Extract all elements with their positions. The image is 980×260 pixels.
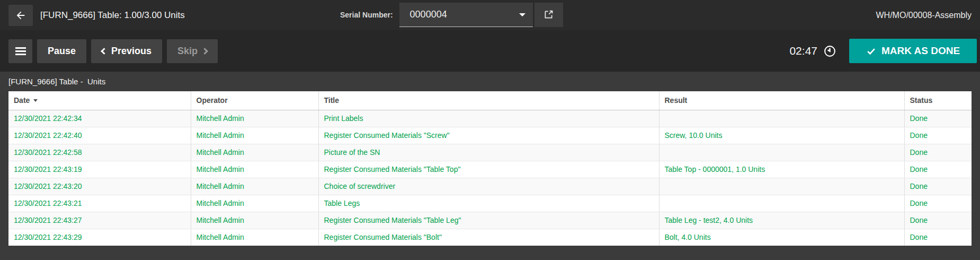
column-header-label: Title — [324, 96, 340, 105]
cell-status: Done — [904, 127, 972, 144]
cell-status: Done — [904, 110, 972, 127]
arrow-left-icon — [15, 10, 26, 21]
chevron-left-icon — [101, 48, 108, 55]
cell-status: Done — [904, 212, 972, 229]
cell-operator: Mitchell Admin — [191, 110, 318, 127]
cell-result: Screw, 10.0 Units — [659, 127, 904, 144]
cell-date: 12/30/2021 22:43:29 — [8, 229, 191, 246]
worksheet-content: [FURN_9666] Table - Units DateOperatorTi… — [0, 72, 980, 260]
cell-date: 12/30/2021 22:42:34 — [8, 110, 191, 127]
cell-title: Print Labels — [318, 110, 659, 127]
manufacturing-order-reference: WH/MO/00008-Assembly — [876, 11, 972, 20]
cell-result — [659, 110, 904, 127]
column-header-label: Date — [14, 96, 30, 105]
cell-status: Done — [904, 144, 972, 161]
serial-number-value: 0000004 — [410, 9, 447, 20]
cell-result — [659, 144, 904, 161]
clock-icon — [823, 45, 836, 58]
table-row[interactable]: 12/30/2021 22:43:19Mitchell AdminRegiste… — [8, 161, 972, 178]
cell-operator: Mitchell Admin — [191, 127, 318, 144]
cell-title: Register Consumed Materials "Table Top" — [318, 161, 659, 178]
mark-as-done-button[interactable]: MARK AS DONE — [849, 39, 977, 63]
column-header-label: Result — [665, 96, 688, 105]
table-row[interactable]: 12/30/2021 22:43:29Mitchell AdminRegiste… — [8, 229, 972, 246]
external-link-icon — [543, 9, 554, 20]
cell-date: 12/30/2021 22:42:58 — [8, 144, 191, 161]
cell-result: Bolt, 4.0 Units — [659, 229, 904, 246]
cell-title: Register Consumed Materials "Table Leg" — [318, 212, 659, 229]
previous-button[interactable]: Previous — [91, 39, 162, 63]
cell-operator: Mitchell Admin — [191, 144, 318, 161]
cell-status: Done — [904, 178, 972, 195]
timer-group: 02:47 — [789, 45, 836, 58]
serial-number-select[interactable]: 0000004 — [399, 3, 533, 27]
column-header-result[interactable]: Result — [659, 91, 904, 110]
column-header-status[interactable]: Status — [904, 91, 972, 110]
cell-date: 12/30/2021 22:43:20 — [8, 178, 191, 195]
previous-button-label: Previous — [111, 46, 152, 57]
top-bar: [FURN_9666] Table: 1.00/3.00 Units Seria… — [0, 0, 980, 30]
cell-result — [659, 178, 904, 195]
column-header-date[interactable]: Date — [8, 91, 191, 110]
cell-date: 12/30/2021 22:43:19 — [8, 161, 191, 178]
cell-operator: Mitchell Admin — [191, 195, 318, 212]
column-header-title[interactable]: Title — [318, 91, 659, 110]
sort-desc-icon — [33, 99, 38, 102]
back-button[interactable] — [8, 5, 33, 26]
chevron-down-icon — [519, 13, 525, 16]
table-row[interactable]: 12/30/2021 22:42:40Mitchell AdminRegiste… — [8, 127, 972, 144]
cell-title: Picture of the SN — [318, 144, 659, 161]
mark-as-done-label: MARK AS DONE — [881, 45, 960, 57]
cell-title: Register Consumed Materials "Bolt" — [318, 229, 659, 246]
cell-result — [659, 195, 904, 212]
serial-number-label: Serial Number: — [340, 11, 393, 19]
cell-date: 12/30/2021 22:43:27 — [8, 212, 191, 229]
cell-date: 12/30/2021 22:42:40 — [8, 127, 191, 144]
table-row[interactable]: 12/30/2021 22:43:20Mitchell AdminChoice … — [8, 178, 972, 195]
skip-button-label: Skip — [177, 46, 198, 57]
cell-operator: Mitchell Admin — [191, 212, 318, 229]
cell-operator: Mitchell Admin — [191, 229, 318, 246]
table-row[interactable]: 12/30/2021 22:43:21Mitchell AdminTable L… — [8, 195, 972, 212]
open-record-button[interactable] — [534, 3, 563, 27]
cell-title: Choice of screwdriver — [318, 178, 659, 195]
workorder-toolbar: Pause Previous Skip 02:47 MARK AS DONE — [0, 30, 980, 72]
cell-result: Table Top - 0000001, 1.0 Units — [659, 161, 904, 178]
table-row[interactable]: 12/30/2021 22:42:58Mitchell AdminPicture… — [8, 144, 972, 161]
pause-button-label: Pause — [48, 46, 76, 57]
column-header-label: Status — [910, 96, 933, 105]
column-header-operator[interactable]: Operator — [191, 91, 318, 110]
cell-result: Table Leg - test2, 4.0 Units — [659, 212, 904, 229]
cell-status: Done — [904, 161, 972, 178]
hamburger-icon — [15, 50, 26, 52]
menu-button[interactable] — [8, 39, 32, 63]
pause-button[interactable]: Pause — [37, 39, 86, 63]
cell-status: Done — [904, 229, 972, 246]
check-icon — [866, 46, 876, 56]
page-title: [FURN_9666] Table: 1.00/3.00 Units — [40, 10, 185, 21]
cell-operator: Mitchell Admin — [191, 178, 318, 195]
serial-number-group: Serial Number: 0000004 — [340, 2, 563, 27]
skip-button[interactable]: Skip — [167, 39, 218, 63]
work-log-table: DateOperatorTitleResultStatus 12/30/2021… — [8, 91, 972, 246]
cell-title: Register Consumed Materials "Screw" — [318, 127, 659, 144]
timer-value: 02:47 — [789, 45, 817, 57]
cell-title: Table Legs — [318, 195, 659, 212]
worksheet-subtitle: [FURN_9666] Table - Units — [0, 72, 980, 91]
cell-status: Done — [904, 195, 972, 212]
column-header-label: Operator — [197, 96, 228, 105]
table-row[interactable]: 12/30/2021 22:43:27Mitchell AdminRegiste… — [8, 212, 972, 229]
table-row[interactable]: 12/30/2021 22:42:34Mitchell AdminPrint L… — [8, 110, 972, 127]
table-header-row: DateOperatorTitleResultStatus — [8, 91, 972, 110]
cell-operator: Mitchell Admin — [191, 161, 318, 178]
cell-date: 12/30/2021 22:43:21 — [8, 195, 191, 212]
chevron-right-icon — [201, 48, 208, 55]
